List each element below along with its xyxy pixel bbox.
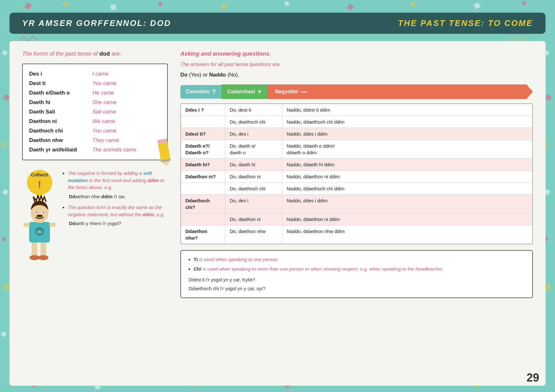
svg-rect-1 [62,1,68,7]
qa-cell-negative: Naddo, ddaeth hi ddim [282,159,532,170]
header-welsh-title: YR AMSER GORFFENNOL: DOD [22,18,171,28]
qa-cell-negative: Naddo, ddaeth e ddim/ddaeth o ddim [282,140,532,158]
qa-table-row: Ddaeth e?/Ddaeth o? Do, daeth e/daeth o … [181,140,532,159]
forms-row: Daeth yr anifeiliaidThe animals came [29,145,161,155]
svg-rect-5 [284,1,289,6]
forms-intro: The forms of the past tense of dod are: [22,51,168,57]
svg-rect-11 [3,94,10,101]
forms-welsh: Daethon ni [29,118,92,125]
qa-cell-negative: Naddo, ddes i ddim [282,128,532,140]
cofiwch-section: Cofiwch ! allo [22,170,168,261]
svg-rect-22 [545,284,552,291]
forms-row: Daethoch chiYou came [29,126,161,136]
forms-english: They came [92,137,119,144]
qa-cell-positive-alt: Do, daethoch chi [225,183,282,194]
forms-row: Des iI came [29,69,161,79]
qa-cell-positive-alt: Do, daethon ni [225,213,282,225]
svg-text:allo: allo [37,230,42,234]
qa-cell-positive-alt: Do, daethoch chi [225,116,282,128]
svg-rect-34 [41,241,46,257]
qa-cell-positive: Do, des i [225,128,282,140]
qa-table: Ddes i ? Do, dest ti Naddo, ddest ti ddi… [180,103,533,244]
cofiwch-notes: The negative is formed by adding a soft … [62,170,168,227]
forms-english: The animals came [92,147,136,153]
forms-row: Daethon nhwThey came [29,136,161,145]
qa-table-row: Ddaethon nhw? Do, daethon nhw Naddo, dda… [181,225,532,244]
col-negyddol: Negyddol — [267,84,533,99]
qa-cell-negative-alt: Naddo, ddaethoch chi ddim [282,183,532,194]
example2: Ddaeth y rhieni i'r ysgol? [68,220,168,227]
forms-heading-suffix: are: [111,51,121,57]
svg-rect-0 [24,2,32,9]
svg-rect-9 [521,1,527,6]
qa-header: Cwestiwn ? Cadarnhaol + Negyddol — [180,84,533,99]
col-cwestiwn: Cwestiwn ? [180,85,221,99]
forms-bold-word: dod [99,51,110,57]
qa-cell-positive: Do, daethon nhw [225,225,282,244]
forms-welsh: Daeth Sali [29,109,92,115]
qa-cell-positive: Do, des i [225,195,282,213]
cofiwch-bubble: Cofiwch ! [27,170,52,195]
svg-rect-3 [158,2,163,7]
forms-english: We came [92,118,115,125]
qa-cell-question-empty [181,213,225,225]
forms-english: Sali came [92,109,116,115]
pencil-icon [155,136,175,167]
forms-row: Daeth SaliSali came [29,107,161,117]
forms-welsh: Des i [29,71,92,77]
svg-rect-33 [32,241,37,257]
qa-table-row: Ddaethoch chi? Do, des i Naddo, ddes i d… [181,195,532,213]
qa-cell-question: Ddaethoch chi? [181,195,225,213]
forms-welsh: Daeth yr anifeiliaid [29,147,92,153]
qa-cell-negative: Naddo, ddest ti ddim [282,104,532,116]
asking-heading: Asking and answering questions. [180,51,533,57]
answers-subtext: The answers for all past tense questions… [180,62,533,67]
qa-cell-negative: Naddo, ddaethon nhw ddim [282,225,532,244]
forms-heading-pre: The forms of the past tense of [22,51,98,57]
qa-cell-question: Ddes i ? [181,104,225,116]
svg-rect-7 [411,1,416,7]
question-icon: ? [212,88,216,95]
forms-rows: Des iI cameDest tiYou cameDaeth e/Daeth … [29,69,161,155]
exclamation-icon: ! [38,179,41,190]
notes-box: Ti is used when speaking to one person. … [180,250,533,298]
svg-rect-41 [49,223,56,227]
forms-row: Daeth e/Daeth oHe came [29,88,161,98]
qa-cell-negative: Naddo, ddaethon ni ddim [282,171,532,182]
qa-table-row: Ddaethon ni? Do, daethon ni Naddo, ddaet… [181,171,532,183]
qa-cell-question: Ddaethon ni? [181,171,225,182]
qa-cell-question: Ddaeth e?/Ddaeth o? [181,140,225,158]
col-cadarnhaol: Cadarnhaol + [221,84,267,99]
svg-rect-14 [2,237,6,241]
forms-row: Daeth hiShe came [29,98,161,107]
qa-table-row: Ddes i ? Do, dest ti Naddo, ddest ti ddi… [181,104,532,116]
qa-cell-positive: Do, daeth hi [225,159,282,170]
svg-rect-8 [474,3,481,9]
svg-rect-13 [2,189,9,195]
svg-point-48 [36,215,43,217]
qa-table-row-alt: Do, daethoch chi Naddo, ddaethoch chi dd… [181,183,532,195]
forms-welsh: Daethon nhw [29,137,92,144]
svg-rect-6 [347,3,354,11]
qa-cell-question: Ddest ti? [181,128,225,140]
forms-row: Dest tiYou came [29,79,161,88]
qa-table-row-alt: Do, daethoch chi Naddo, ddaethoch chi dd… [181,116,532,128]
svg-rect-2 [110,4,116,10]
svg-point-36 [38,255,48,260]
note1-text: The negative is formed by adding a soft … [68,170,164,190]
qa-cell-question-empty [181,116,225,128]
do-naddo-line: Do (Yes) or Naddo (No). [180,72,533,78]
qa-cell-positive: Do, daeth e/daeth o [225,140,282,158]
forms-english: You came [92,128,116,134]
header-english-title: THE PAST TENSE: TO COME [398,18,533,28]
forms-english: He came [92,90,114,96]
example-ti: Ddest ti i'r ysgol yn y car, Kylie? [187,276,526,284]
forms-table: Des iI cameDest tiYou cameDaeth e/Daeth … [22,64,168,160]
qa-cell-question: Ddaethon nhw? [181,225,225,244]
forms-welsh: Daeth hi [29,99,92,106]
qa-cell-negative-alt: Naddo, ddaethoch chi ddim [282,116,532,128]
svg-rect-16 [1,331,7,337]
example1: Ddaethon nhw ddim i'r sw. [68,193,168,200]
left-column: The forms of the past tense of dod are: … [22,51,168,376]
svg-rect-4 [221,3,227,9]
